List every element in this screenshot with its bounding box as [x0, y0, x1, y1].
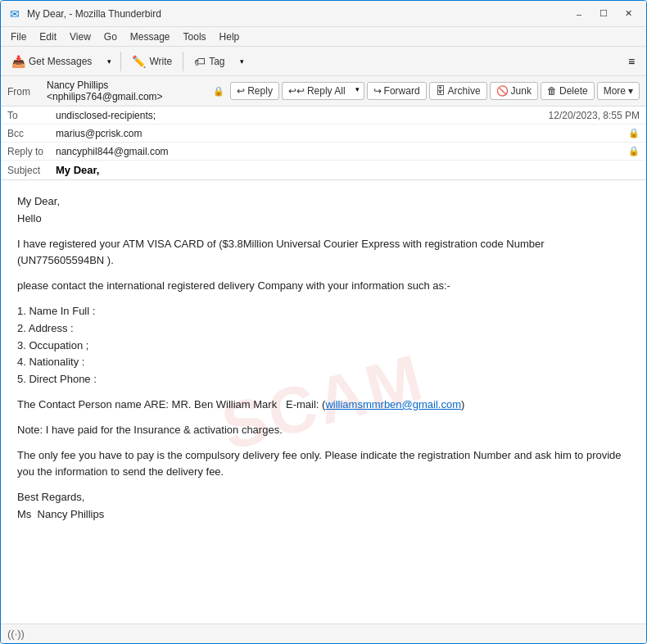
security-icon: 🔒	[213, 86, 224, 97]
from-label: From	[7, 85, 44, 98]
subject-value: My Dear,	[56, 164, 99, 176]
to-value: undisclosed-recipients;	[56, 110, 549, 121]
maximize-button[interactable]: ☐	[592, 6, 615, 22]
email-action-toolbar: From Nancy Phillips <nphilips764@gmail.c…	[1, 76, 646, 107]
reply-all-group: ↩↩ Reply All ▾	[282, 82, 364, 100]
reply-all-button[interactable]: ↩↩ Reply All	[282, 82, 351, 100]
get-messages-dropdown[interactable]: ▾	[101, 50, 117, 73]
menu-tools[interactable]: Tools	[177, 29, 213, 44]
reply-to-field: Reply to nancyphil844@gmail.com 🔒	[1, 143, 646, 161]
subject-label: Subject	[7, 164, 52, 176]
bcc-label: Bcc	[7, 127, 52, 139]
bcc-security-icon: 🔒	[628, 128, 640, 138]
window-title: My Dear, - Mozilla Thunderbird	[27, 8, 568, 20]
body-list: 1. Name In Full : 2. Address : 3. Occupa…	[17, 303, 630, 388]
forward-icon: ↪	[373, 85, 382, 97]
body-para-1: I have registered your ATM VISA CARD of …	[17, 236, 630, 270]
body-para-3: The only fee you have to pay is the comp…	[17, 447, 630, 482]
menu-message[interactable]: Message	[124, 29, 177, 44]
minimize-button[interactable]: –	[568, 6, 590, 22]
menu-view[interactable]: View	[63, 29, 97, 44]
reply-to-value: nancyphil844@gmail.com	[56, 146, 625, 157]
toolbar-separator-1	[120, 52, 121, 71]
email-body-text: My Dear,Hello I have registered your ATM…	[17, 193, 630, 524]
menubar: File Edit View Go Message Tools Help	[1, 27, 646, 47]
toolbar-separator-2	[183, 52, 183, 71]
body-para-2: please contact the international registe…	[17, 278, 630, 295]
reply-all-icon: ↩↩	[288, 85, 305, 97]
more-chevron-icon: ▾	[628, 85, 633, 97]
tag-icon: 🏷	[194, 55, 206, 68]
email-date: 12/20/2023, 8:55 PM	[549, 110, 640, 121]
body-greeting: My Dear,Hello	[17, 193, 630, 228]
reply-button[interactable]: ↩ Reply	[230, 82, 279, 100]
menu-help[interactable]: Help	[213, 29, 247, 44]
junk-button[interactable]: 🚫 Junk	[490, 82, 538, 100]
to-label: To	[7, 109, 52, 121]
sender-name: Nancy Phillips <nphilips764@gmail.com>	[47, 79, 206, 102]
contact-email-link[interactable]: williamsmmrben@gmail.com	[325, 398, 461, 410]
reply-all-dropdown[interactable]: ▾	[351, 82, 364, 100]
menu-file[interactable]: File	[4, 29, 33, 44]
subject-field: Subject My Dear,	[1, 161, 646, 179]
archive-button[interactable]: 🗄 Archive	[429, 82, 487, 100]
menu-edit[interactable]: Edit	[33, 29, 63, 44]
menu-go[interactable]: Go	[97, 29, 124, 44]
window-controls: – ☐ ✕	[568, 6, 640, 22]
email-body: SCAM My Dear,Hello I have registered you…	[1, 180, 646, 624]
titlebar: ✉ My Dear, - Mozilla Thunderbird – ☐ ✕	[1, 1, 646, 27]
main-window: ✉ My Dear, - Mozilla Thunderbird – ☐ ✕ F…	[0, 0, 647, 644]
forward-button[interactable]: ↪ Forward	[367, 82, 427, 100]
statusbar: ((·))	[1, 624, 646, 643]
reply-to-label: Reply to	[7, 145, 52, 157]
tag-dropdown[interactable]: ▾	[234, 50, 251, 73]
reply-to-security-icon: 🔒	[628, 146, 640, 156]
get-messages-button[interactable]: 📥 Get Messages	[4, 51, 99, 72]
tag-button[interactable]: 🏷 Tag	[187, 51, 232, 72]
write-button[interactable]: ✏️ Write	[124, 51, 179, 72]
wireless-icon: ((·))	[7, 628, 25, 640]
junk-icon: 🚫	[496, 85, 509, 97]
write-icon: ✏️	[132, 55, 146, 68]
archive-icon: 🗄	[436, 85, 446, 97]
to-field: To undisclosed-recipients; 12/20/2023, 8…	[1, 107, 646, 125]
body-contact: The Contact Person name ARE: MR. Ben Wil…	[17, 397, 630, 414]
more-button[interactable]: More ▾	[597, 82, 640, 100]
reply-icon: ↩	[237, 85, 245, 97]
bcc-value: marius@pcrisk.com	[56, 128, 625, 139]
close-button[interactable]: ✕	[617, 6, 640, 22]
email-header: From Nancy Phillips <nphilips764@gmail.c…	[1, 76, 646, 180]
get-messages-icon: 📥	[11, 55, 25, 68]
body-note: Note: I have paid for the Insurance & ac…	[17, 422, 630, 439]
body-signature: Best Regards,Ms Nancy Phillips	[17, 489, 630, 524]
hamburger-menu-button[interactable]: ≡	[620, 50, 643, 73]
app-icon: ✉	[7, 7, 22, 21]
delete-icon: 🗑	[547, 85, 557, 97]
delete-button[interactable]: 🗑 Delete	[541, 82, 595, 100]
main-toolbar: 📥 Get Messages ▾ ✏️ Write 🏷 Tag ▾ ≡	[1, 47, 646, 76]
bcc-field: Bcc marius@pcrisk.com 🔒	[1, 125, 646, 143]
